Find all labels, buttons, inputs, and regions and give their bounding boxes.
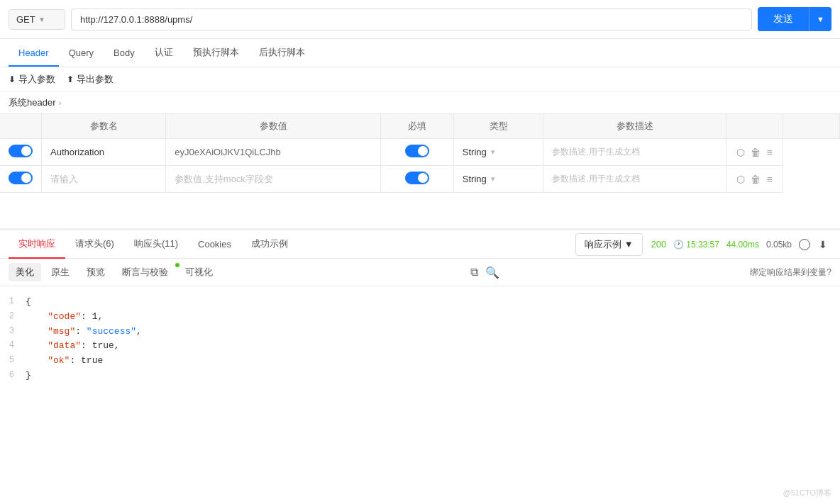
url-bar: GET ▼ 发送 ▼ bbox=[0, 0, 840, 39]
url-input[interactable] bbox=[71, 9, 752, 30]
response-size: 0.05kb bbox=[766, 240, 792, 250]
code-line-2: 2 "code": 1, bbox=[0, 310, 840, 325]
col-actions2 bbox=[783, 114, 840, 139]
col-name: 参数名 bbox=[42, 114, 166, 139]
row1-required-cell bbox=[381, 139, 453, 166]
col-type: 类型 bbox=[453, 114, 543, 139]
view-tab-preview[interactable]: 预览 bbox=[79, 263, 112, 281]
import-btn[interactable]: ⬇ 导入参数 bbox=[9, 73, 55, 86]
globe-icon[interactable] bbox=[799, 239, 810, 250]
row2-type-cell: String ▼ bbox=[453, 166, 543, 193]
bind-var-label[interactable]: 绑定响应结果到变量? bbox=[750, 267, 831, 279]
code-text-4: "data": true, bbox=[26, 339, 120, 354]
code-key-ok: "ok" bbox=[48, 355, 70, 366]
response-tab-example-dropdown[interactable]: 响应示例 ▼ bbox=[575, 233, 643, 256]
table-row: 请输入 参数值,支持mock字段变 String ▼ 参数描述,用于生成文档 ⬡ bbox=[0, 166, 840, 193]
response-example-chevron-icon: ▼ bbox=[624, 239, 634, 250]
response-tab-realtime[interactable]: 实时响应 bbox=[9, 230, 65, 259]
response-tab-res-headers[interactable]: 响应头(11) bbox=[124, 230, 188, 259]
row1-type-select[interactable]: String ▼ bbox=[463, 147, 535, 157]
code-key-msg: "msg" bbox=[48, 326, 75, 337]
response-tab-cookies[interactable]: Cookies bbox=[188, 232, 241, 258]
row2-toggle-cell bbox=[0, 166, 42, 193]
row1-delete-icon[interactable]: 🗑 bbox=[751, 147, 761, 158]
col-value: 参数值 bbox=[166, 114, 381, 139]
line-num-2: 2 bbox=[0, 310, 26, 325]
code-key-data: "data" bbox=[48, 340, 81, 351]
row2-required-toggle[interactable] bbox=[405, 172, 429, 184]
watermark: @51CTO博客 bbox=[783, 488, 831, 498]
row1-drag-icon[interactable]: ≡ bbox=[766, 147, 772, 158]
view-tab-beautify[interactable]: 美化 bbox=[9, 263, 41, 281]
tab-header[interactable]: Header bbox=[9, 40, 59, 67]
response-tabs: 实时响应 请求头(6) 响应头(11) Cookies 成功示例 响应示例 ▼ … bbox=[0, 230, 840, 259]
row1-desc-cell: 参数描述,用于生成文档 bbox=[543, 139, 726, 166]
row2-drag-icon[interactable]: ≡ bbox=[766, 174, 772, 185]
code-text-2: "code": 1, bbox=[26, 310, 103, 325]
tab-body[interactable]: Body bbox=[104, 40, 145, 67]
row2-desc[interactable]: 参数描述,用于生成文档 bbox=[552, 174, 639, 184]
export-btn[interactable]: ⬆ 导出参数 bbox=[67, 73, 114, 86]
row2-name-cell: 请输入 bbox=[42, 166, 166, 193]
row2-value-input[interactable]: 参数值,支持mock字段变 bbox=[175, 174, 273, 184]
code-val-data: true bbox=[92, 340, 114, 351]
response-time: 🕐 15:33:57 bbox=[673, 240, 719, 250]
row1-actions-cell: ⬡ 🗑 ≡ bbox=[726, 139, 783, 166]
row2-value-cell: 参数值,支持mock字段变 bbox=[166, 166, 381, 193]
tab-auth[interactable]: 认证 bbox=[145, 39, 183, 67]
send-button-group: 发送 ▼ bbox=[758, 7, 831, 31]
row1-name-cell: Authorization bbox=[42, 139, 166, 166]
row1-type-chevron-icon: ▼ bbox=[490, 148, 497, 156]
response-tab-success[interactable]: 成功示例 bbox=[241, 230, 298, 259]
sys-header-row[interactable]: 系统header › bbox=[0, 92, 840, 113]
col-desc: 参数描述 bbox=[543, 114, 726, 139]
code-line-1: 1 { bbox=[0, 295, 840, 310]
row2-copy-icon[interactable]: ⬡ bbox=[736, 174, 745, 185]
tab-post-script[interactable]: 后执行脚本 bbox=[249, 39, 315, 67]
tab-pre-script[interactable]: 预执行脚本 bbox=[183, 39, 249, 67]
copy-icon[interactable]: ⧉ bbox=[470, 266, 478, 279]
params-table: 参数名 参数值 必填 类型 参数描述 Authorization eyJ0eXA… bbox=[0, 113, 840, 193]
request-tabs: Header Query Body 认证 预执行脚本 后执行脚本 bbox=[0, 39, 840, 67]
col-required: 必填 bbox=[381, 114, 453, 139]
view-toolbar: ⧉ 🔍 bbox=[470, 266, 499, 279]
code-val-msg: "success" bbox=[87, 326, 136, 337]
sys-header-label: 系统header bbox=[9, 96, 55, 109]
send-dropdown-button[interactable]: ▼ bbox=[809, 7, 831, 31]
download-icon[interactable]: ⬇ bbox=[817, 239, 829, 250]
view-tab-visualize[interactable]: 可视化 bbox=[178, 263, 220, 281]
row1-value[interactable]: eyJ0eXAiOiJKV1QiLCJhb bbox=[175, 147, 281, 157]
send-button[interactable]: 发送 bbox=[758, 7, 809, 31]
row1-desc[interactable]: 参数描述,用于生成文档 bbox=[552, 147, 639, 157]
line-num-1: 1 bbox=[0, 295, 26, 310]
row2-type-select[interactable]: String ▼ bbox=[463, 174, 535, 184]
search-icon[interactable]: 🔍 bbox=[485, 266, 499, 279]
view-tab-assert[interactable]: 断言与校验 bbox=[115, 263, 175, 281]
method-select[interactable]: GET ▼ bbox=[9, 9, 65, 30]
row1-toggle-cell bbox=[0, 139, 42, 166]
row1-type-cell: String ▼ bbox=[453, 139, 543, 166]
code-text-1: { bbox=[26, 295, 31, 310]
row2-desc-cell: 参数描述,用于生成文档 bbox=[543, 166, 726, 193]
tab-query[interactable]: Query bbox=[59, 40, 104, 67]
code-text-6: } bbox=[26, 369, 31, 383]
row2-delete-icon[interactable]: 🗑 bbox=[751, 174, 761, 185]
code-line-6: 6 } bbox=[0, 369, 840, 383]
response-example-label: 响应示例 bbox=[585, 238, 621, 251]
row1-required-toggle[interactable] bbox=[405, 145, 429, 157]
col-enabled bbox=[0, 114, 42, 139]
row1-toggle[interactable] bbox=[9, 145, 33, 157]
line-num-6: 6 bbox=[0, 369, 26, 383]
row1-name[interactable]: Authorization bbox=[50, 147, 104, 157]
import-icon: ⬇ bbox=[9, 74, 16, 84]
row1-value-cell: eyJ0eXAiOiJKV1QiLCJhb bbox=[166, 139, 381, 166]
row1-copy-icon[interactable]: ⬡ bbox=[736, 147, 745, 158]
view-tab-raw[interactable]: 原生 bbox=[44, 263, 77, 281]
code-line-3: 3 "msg": "success", bbox=[0, 325, 840, 340]
view-tabs: 美化 原生 预览 断言与校验 可视化 ⧉ 🔍 绑定响应结果到变量? bbox=[0, 259, 840, 286]
code-line-4: 4 "data": true, bbox=[0, 339, 840, 354]
row2-toggle[interactable] bbox=[9, 172, 33, 184]
response-tab-req-headers[interactable]: 请求头(6) bbox=[65, 230, 124, 259]
response-time-value: 15:33:57 bbox=[686, 240, 719, 250]
row2-name-input[interactable]: 请输入 bbox=[50, 174, 78, 184]
